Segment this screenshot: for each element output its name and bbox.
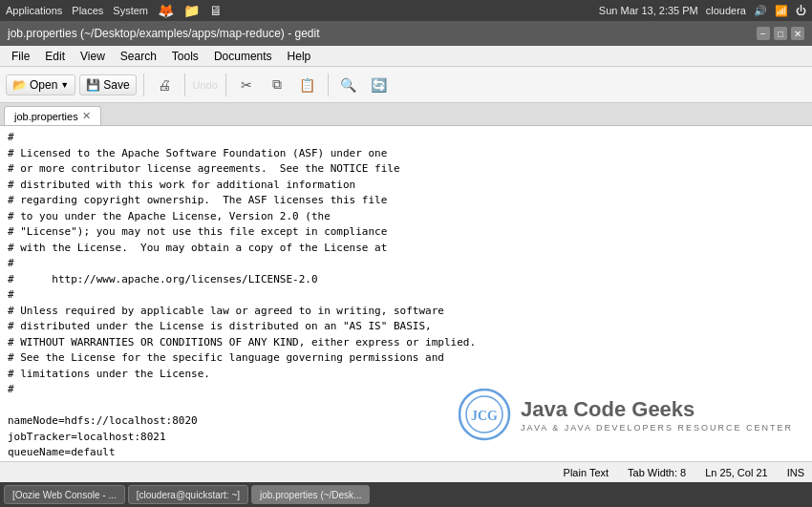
title-bar: job.properties (~/Desktop/examples/apps/… <box>0 21 812 46</box>
menu-bar: File Edit View Search Tools Documents He… <box>0 46 812 67</box>
toolbar-separator-2 <box>184 74 185 96</box>
volume-icon[interactable]: 🔊 <box>754 5 767 17</box>
save-icon: 💾 <box>86 78 100 92</box>
toolbar: 📂 Open ▼ 💾 Save 🖨 Undo ✂ ⧉ 📋 🔍 🔄 <box>0 67 812 103</box>
watermark-subtitle: Java & Java Developers Resource Center <box>521 423 793 433</box>
username: cloudera <box>706 5 746 16</box>
replace-button[interactable]: 🔄 <box>366 72 393 98</box>
taskbar-oozie-label: [Oozie Web Console - ... <box>12 490 117 500</box>
taskbar-gedit[interactable]: job.properties (~/Desk... <box>251 485 370 504</box>
save-button[interactable]: 💾 Save <box>79 74 136 95</box>
tab-bar: job.properties ✕ <box>0 103 812 126</box>
open-label: Open <box>30 78 57 92</box>
menu-tools[interactable]: Tools <box>164 48 206 65</box>
files-icon[interactable]: 📁 <box>183 3 200 18</box>
tab-label: job.properties <box>14 111 78 122</box>
system-menu[interactable]: System <box>113 5 148 16</box>
menu-search[interactable]: Search <box>113 48 164 65</box>
cursor-position: Ln 25, Col 21 <box>705 467 767 478</box>
system-bar: Applications Places System 🦊 📁 🖥 Sun Mar… <box>0 0 812 21</box>
menu-documents[interactable]: Documents <box>206 48 280 65</box>
taskbar-oozie[interactable]: [Oozie Web Console - ... <box>4 485 125 504</box>
taskbar: [Oozie Web Console - ... [cloudera@quick… <box>0 482 812 507</box>
system-bar-left: Applications Places System 🦊 📁 🖥 <box>6 3 223 18</box>
taskbar-terminal-label: [cloudera@quickstart: ~] <box>137 490 240 500</box>
copy-button[interactable]: ⧉ <box>264 72 290 98</box>
menu-edit[interactable]: Edit <box>37 48 73 65</box>
toolbar-separator-1 <box>143 74 144 96</box>
open-button[interactable]: 📂 Open ▼ <box>6 74 75 95</box>
tab-close-button[interactable]: ✕ <box>82 110 91 122</box>
network-icon[interactable]: 📶 <box>775 5 788 17</box>
places-menu[interactable]: Places <box>72 5 103 16</box>
menu-view[interactable]: View <box>73 48 113 65</box>
open-icon: 📂 <box>12 78 27 92</box>
undo-button[interactable]: Undo <box>192 72 219 98</box>
print-icon: 🖨 <box>158 77 171 93</box>
print-button[interactable]: 🖨 <box>151 72 178 98</box>
format-label[interactable]: Plain Text <box>564 467 609 478</box>
close-button[interactable]: ✕ <box>791 27 804 40</box>
minimize-button[interactable]: − <box>757 27 770 40</box>
find-button[interactable]: 🔍 <box>335 72 362 98</box>
title-bar-controls: − □ ✕ <box>757 27 804 40</box>
system-bar-right: Sun Mar 13, 2:35 PM cloudera 🔊 📶 ⏻ <box>599 5 806 17</box>
toolbar-separator-4 <box>328 74 329 96</box>
datetime: Sun Mar 13, 2:35 PM <box>599 5 698 16</box>
cut-button[interactable]: ✂ <box>233 72 260 98</box>
terminal-icon[interactable]: 🖥 <box>209 3 223 18</box>
toolbar-separator-3 <box>225 74 226 96</box>
window-title: job.properties (~/Desktop/examples/apps/… <box>8 27 320 40</box>
applications-menu[interactable]: Applications <box>6 5 62 16</box>
tab-job-properties[interactable]: job.properties ✕ <box>4 106 101 125</box>
main-content: # # Licensed to the Apache Software Foun… <box>0 126 812 484</box>
taskbar-terminal[interactable]: [cloudera@quickstart: ~] <box>128 485 248 504</box>
paste-button[interactable]: 📋 <box>294 72 321 98</box>
firefox-icon[interactable]: 🦊 <box>158 3 174 18</box>
status-bar: Plain Text Tab Width: 8 Ln 25, Col 21 IN… <box>0 461 812 482</box>
save-label: Save <box>103 78 129 92</box>
insert-mode: INS <box>787 467 804 478</box>
power-icon[interactable]: ⏻ <box>796 5 806 16</box>
watermark: JCG Java Code Geeks Java & Java Develope… <box>459 389 793 441</box>
open-dropdown-icon[interactable]: ▼ <box>60 80 69 90</box>
tab-width-label[interactable]: Tab Width: 8 <box>628 467 686 478</box>
undo-label: Undo <box>193 79 218 91</box>
menu-file[interactable]: File <box>4 48 37 65</box>
watermark-title: Java Code Geeks <box>521 397 793 422</box>
svg-text:JCG: JCG <box>471 409 498 423</box>
watermark-logo: JCG <box>459 389 511 441</box>
menu-help[interactable]: Help <box>280 48 319 65</box>
taskbar-gedit-label: job.properties (~/Desk... <box>260 490 361 500</box>
maximize-button[interactable]: □ <box>774 27 787 40</box>
watermark-text-block: Java Code Geeks Java & Java Developers R… <box>521 397 793 432</box>
